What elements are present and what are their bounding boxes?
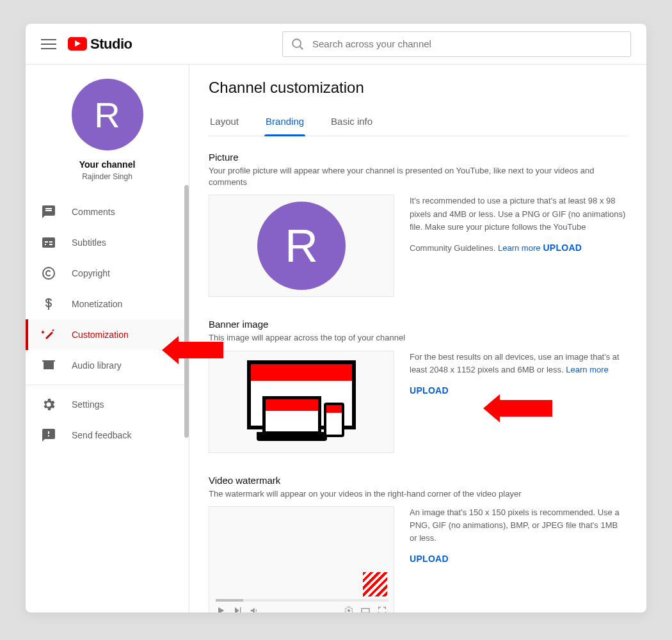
sidebar-scrollbar[interactable]: [184, 185, 189, 438]
menu-icon[interactable]: [41, 36, 56, 52]
banner-info: For the best results on all devices, use…: [410, 352, 620, 374]
svg-rect-2: [41, 48, 56, 49]
picture-preview: R: [209, 195, 394, 297]
picture-upload-button[interactable]: UPLOAD: [543, 243, 582, 253]
sidebar: R Your channel Rajinder Singh Comments S…: [26, 65, 189, 612]
subtitles-icon: [41, 235, 56, 250]
sidebar-item-label: Copyright: [72, 268, 110, 278]
gear-icon: [41, 397, 56, 412]
theater-icon: [360, 605, 371, 612]
feedback-icon: [41, 428, 56, 443]
youtube-icon: [68, 37, 87, 51]
tabs: Layout Branding Basic info: [209, 111, 627, 136]
sidebar-item-customization[interactable]: Customization: [26, 319, 189, 350]
sidebar-item-comments[interactable]: Comments: [26, 196, 189, 227]
watermark-preview: [209, 506, 394, 612]
svg-rect-7: [362, 608, 369, 612]
tab-basic-info[interactable]: Basic info: [330, 111, 374, 136]
fullscreen-icon: [377, 605, 387, 612]
settings-icon: [344, 605, 354, 612]
section-desc: The watermark will appear on your videos…: [209, 488, 627, 500]
svg-rect-0: [41, 39, 56, 40]
watermark-placeholder: [363, 572, 387, 596]
search-box[interactable]: [282, 31, 631, 57]
banner-upload-button[interactable]: UPLOAD: [410, 385, 449, 396]
watermark-upload-button[interactable]: UPLOAD: [410, 554, 449, 564]
sidebar-item-label: Subtitles: [72, 237, 106, 248]
section-picture: Picture Your profile picture will appear…: [209, 152, 627, 297]
channel-header: R Your channel Rajinder Singh: [26, 65, 189, 193]
play-icon: [216, 605, 226, 612]
comments-icon: [41, 204, 56, 220]
section-title: Video watermark: [209, 475, 627, 486]
sidebar-item-feedback[interactable]: Send feedback: [26, 420, 189, 451]
your-channel-label: Your channel: [36, 159, 179, 170]
page-title: Channel customization: [209, 79, 627, 97]
channel-name: Rajinder Singh: [36, 172, 179, 181]
svg-rect-1: [41, 44, 56, 45]
sidebar-item-subtitles[interactable]: Subtitles: [26, 227, 189, 258]
copyright-icon: [41, 266, 56, 281]
banner-learn-more-link[interactable]: Learn more: [566, 365, 608, 374]
sidebar-item-monetization[interactable]: Monetization: [26, 289, 189, 319]
sidebar-item-label: Settings: [72, 399, 104, 410]
sidebar-item-settings[interactable]: Settings: [26, 389, 189, 420]
svg-point-3: [292, 39, 301, 47]
svg-point-5: [43, 268, 54, 279]
section-banner: Banner image This image will appear acro…: [209, 319, 627, 452]
audio-library-icon: [41, 358, 56, 373]
next-icon: [232, 605, 243, 612]
picture-avatar: R: [257, 202, 346, 290]
svg-line-4: [300, 46, 303, 49]
sidebar-item-copyright[interactable]: Copyright: [26, 258, 189, 289]
sidebar-item-label: Monetization: [72, 299, 122, 309]
tab-branding[interactable]: Branding: [264, 111, 305, 136]
channel-avatar[interactable]: R: [72, 79, 143, 150]
section-desc: Your profile picture will appear where y…: [209, 165, 627, 188]
banner-preview: [209, 351, 394, 453]
dollar-icon: [41, 296, 56, 312]
tab-layout[interactable]: Layout: [209, 111, 240, 136]
watermark-info: An image that's 150 x 150 pixels is reco…: [410, 506, 627, 545]
sidebar-item-label: Customization: [72, 330, 129, 340]
section-watermark: Video watermark The watermark will appea…: [209, 475, 627, 612]
main-content: Channel customization Layout Branding Ba…: [189, 65, 646, 612]
section-desc: This image will appear across the top of…: [209, 332, 627, 344]
topbar: Studio: [26, 24, 646, 65]
app-frame: Studio R Your channel Rajinder Singh: [26, 24, 646, 612]
picture-info: It's recommended to use a picture that's…: [410, 196, 625, 252]
sidebar-item-label: Comments: [72, 207, 115, 217]
svg-point-6: [348, 609, 350, 612]
sidebar-item-label: Audio library: [72, 360, 122, 371]
search-input[interactable]: [312, 38, 623, 49]
volume-icon: [249, 605, 259, 612]
section-title: Banner image: [209, 319, 627, 330]
magic-wand-icon: [41, 327, 56, 342]
search-icon: [291, 37, 305, 51]
sidebar-item-audio-library[interactable]: Audio library: [26, 350, 189, 381]
sidebar-item-label: Send feedback: [72, 430, 131, 440]
picture-learn-more-link[interactable]: Learn more: [498, 243, 540, 253]
youtube-studio-logo[interactable]: Studio: [68, 36, 132, 52]
studio-label: Studio: [90, 36, 132, 52]
video-progress: [216, 599, 388, 602]
section-title: Picture: [209, 152, 627, 163]
devices-illustration: [247, 360, 356, 444]
